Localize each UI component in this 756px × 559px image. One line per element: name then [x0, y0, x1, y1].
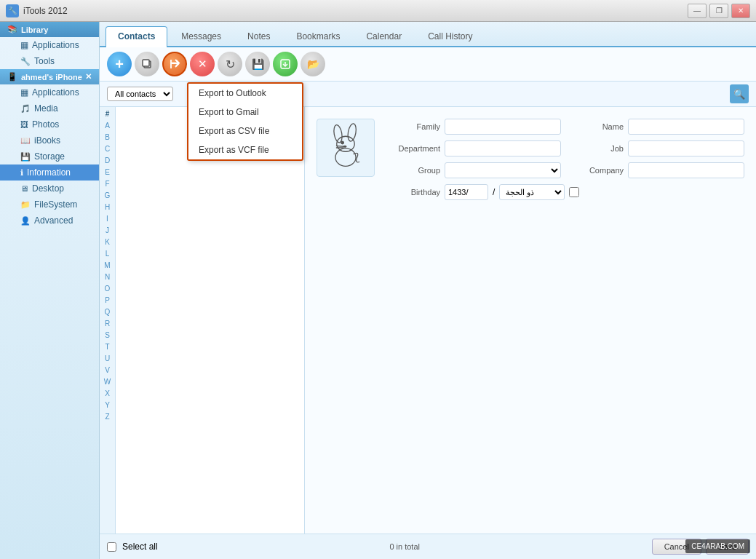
sidebar-item-tools[interactable]: 🔧 Tools — [0, 53, 99, 69]
alpha-k[interactable]: K — [105, 237, 110, 248]
alpha-a[interactable]: A — [105, 120, 110, 132]
export-vcf-item[interactable]: Export as VCF file — [188, 140, 302, 159]
app-title: iTools 2012 — [23, 6, 688, 16]
alpha-m[interactable]: M — [104, 260, 110, 271]
tab-messages[interactable]: Messages — [169, 26, 234, 46]
svg-rect-1 — [143, 60, 149, 66]
tab-bookmarks[interactable]: Bookmarks — [284, 26, 352, 46]
name-input[interactable] — [628, 119, 744, 135]
svg-point-9 — [341, 141, 344, 144]
alpha-hash[interactable]: # — [106, 108, 110, 120]
device-arrow: ✕ — [85, 72, 92, 82]
alpha-index: # A B C D E F G H I J K L M N O P Q R S — [100, 107, 116, 534]
select-all-label: Select all — [122, 542, 158, 552]
job-label: Job — [573, 144, 624, 153]
device-icon: 📱 — [7, 72, 17, 82]
alpha-r[interactable]: R — [105, 318, 110, 330]
sidebar-item-desktop[interactable]: 🖥 Desktop — [0, 181, 99, 197]
alpha-o[interactable]: O — [105, 283, 111, 295]
contact-avatar — [317, 119, 375, 177]
contact-fields: Family Name Department — [389, 119, 744, 200]
family-input[interactable] — [445, 119, 561, 135]
group-field-row: Group — [389, 162, 561, 178]
birthday-month-select[interactable]: ذو الحجة — [499, 184, 565, 200]
search-button[interactable]: 🔍 — [730, 84, 749, 103]
bottom-bar: Select all 0 in total Cancel Save — [100, 534, 756, 559]
department-input[interactable] — [445, 140, 561, 156]
add-button[interactable]: + — [107, 52, 132, 76]
alpha-b[interactable]: B — [105, 132, 110, 143]
alpha-s[interactable]: S — [105, 330, 110, 341]
tab-callhistory[interactable]: Call History — [415, 26, 485, 46]
open-folder-button[interactable]: 📂 — [301, 52, 325, 76]
minimize-btn[interactable]: — — [688, 4, 707, 18]
delete-button[interactable]: ✕ — [190, 52, 215, 76]
export-gmail-item[interactable]: Export to Gmail — [188, 103, 302, 122]
sidebar-item-storage[interactable]: 💾 Storage — [0, 148, 99, 164]
alpha-c[interactable]: C — [105, 143, 110, 155]
sidebar-item-ibooks[interactable]: 📖 iBooks — [0, 132, 99, 148]
alpha-v[interactable]: V — [105, 365, 110, 376]
contact-filter-select[interactable]: All contacts — [107, 87, 173, 101]
restore-btn[interactable]: ❐ — [709, 4, 728, 18]
import-button[interactable] — [273, 52, 298, 76]
alpha-t[interactable]: T — [105, 341, 109, 353]
birthday-checkbox[interactable] — [569, 187, 579, 197]
alpha-e[interactable]: E — [105, 167, 110, 178]
content-area: Contacts Messages Notes Bookmarks Calend… — [100, 22, 756, 559]
sidebar-item-applications[interactable]: ▦ Applications — [0, 84, 99, 100]
sidebar-item-advanced[interactable]: 👤 Advanced — [0, 213, 99, 229]
svg-point-10 — [343, 146, 346, 147]
save-file-button[interactable]: 💾 — [245, 52, 270, 76]
app-icon: 🔧 — [6, 4, 19, 17]
department-field-row: Department — [389, 140, 561, 156]
alpha-w[interactable]: W — [104, 376, 111, 388]
family-label: Family — [389, 122, 440, 131]
alpha-f[interactable]: F — [105, 178, 109, 190]
advanced-icon: 👤 — [20, 216, 31, 226]
alpha-d[interactable]: D — [105, 155, 110, 167]
library-icon: 📚 — [7, 25, 17, 34]
sidebar-item-media[interactable]: 🎵 Media — [0, 100, 99, 116]
job-input[interactable] — [628, 140, 744, 156]
export-outlook-item[interactable]: Export to Outlook — [188, 84, 302, 103]
export-button[interactable] — [162, 52, 187, 76]
close-btn[interactable]: ✕ — [731, 4, 750, 18]
department-label: Department — [389, 144, 440, 153]
folder-icon: 📁 — [20, 200, 31, 210]
book-icon: 📖 — [20, 136, 31, 146]
photo-icon: 🖼 — [20, 120, 28, 129]
alpha-y[interactable]: Y — [105, 400, 110, 411]
alpha-p[interactable]: P — [105, 295, 110, 306]
tab-contacts[interactable]: Contacts — [106, 26, 167, 47]
sidebar: 📚 Library ▦ Applications 🔧 Tools 📱 ahmed… — [0, 22, 100, 559]
refresh-button[interactable]: ↻ — [218, 52, 242, 76]
wrench-icon: 🔧 — [20, 57, 31, 66]
alpha-z[interactable]: Z — [105, 411, 109, 423]
sidebar-item-applications-lib[interactable]: ▦ Applications — [0, 37, 99, 53]
alpha-h[interactable]: H — [105, 202, 110, 213]
sidebar-item-filesystem[interactable]: 📁 FileSystem — [0, 197, 99, 213]
birthday-year-input[interactable] — [445, 184, 488, 200]
select-all-checkbox[interactable] — [107, 542, 116, 552]
alpha-i[interactable]: I — [106, 213, 108, 225]
job-field-row: Job — [573, 140, 744, 156]
alpha-g[interactable]: G — [105, 190, 111, 202]
desktop-icon: 🖥 — [20, 184, 28, 193]
alpha-q[interactable]: Q — [105, 306, 111, 318]
alpha-j[interactable]: J — [106, 225, 109, 237]
bottom-left: Select all — [107, 542, 158, 552]
tab-notes[interactable]: Notes — [235, 26, 282, 46]
birthday-field-row: Birthday / ذو الحجة — [389, 184, 744, 200]
group-select[interactable] — [445, 162, 561, 178]
copy-button[interactable] — [135, 52, 159, 76]
sidebar-item-information[interactable]: ℹ Information — [0, 164, 99, 181]
tab-calendar[interactable]: Calendar — [354, 26, 414, 46]
alpha-u[interactable]: U — [105, 353, 110, 365]
company-input[interactable] — [628, 162, 744, 178]
alpha-n[interactable]: N — [105, 271, 110, 283]
export-csv-item[interactable]: Export as CSV file — [188, 122, 302, 140]
alpha-x[interactable]: X — [105, 388, 110, 400]
sidebar-item-photos[interactable]: 🖼 Photos — [0, 116, 99, 132]
alpha-l[interactable]: L — [106, 248, 110, 260]
